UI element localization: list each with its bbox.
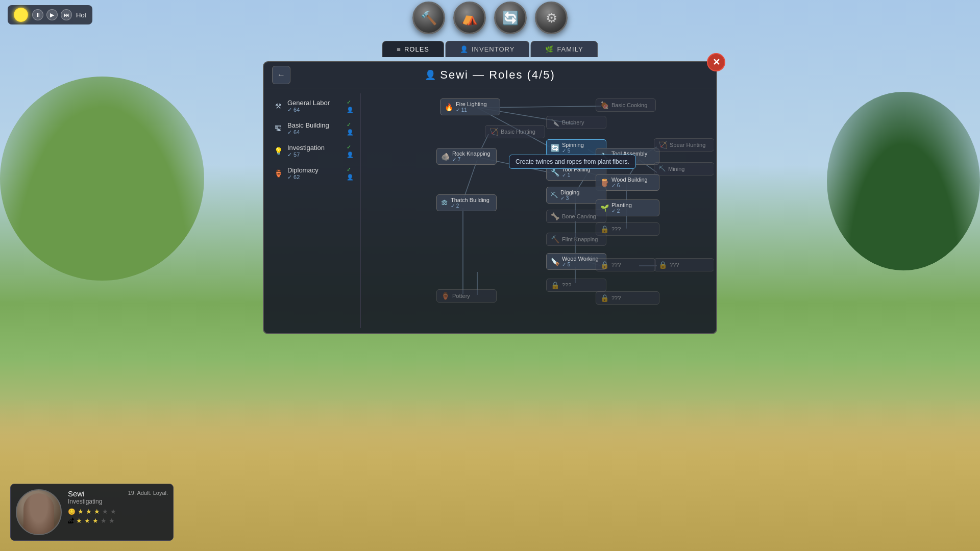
digging-icon: ⛏ [551,191,558,199]
role-general-labor-level: ✓ 64 [287,107,342,113]
top-nav: 🔨 ⛺ 🔄 ⚙ [0,0,980,36]
tab-inventory[interactable]: 👤 Inventory [445,41,529,57]
star5-empty: ★ [110,508,116,515]
role-general-labor-icon: ⚒ [273,101,283,111]
digging-text: Digging ✓ 3 [560,189,602,201]
spear-hunting-icon: 🏹 [658,141,667,149]
role-diplomacy[interactable]: 🏺 Diplomacy ✓ 62 ✓ 👤 [269,163,358,184]
skill-rock-knapping[interactable]: 🪨 Rock Knapping ✓ 7 [436,148,497,165]
main-panel: ≡ Roles 👤 Inventory 🌿 Family ✕ ← 👤 Sewi … [263,61,717,334]
character-age-desc: 19, Adult. Loyal. [128,490,168,496]
nav-icon-group: 🔨 ⛺ 🔄 ⚙ [412,2,568,34]
planting-text: Planting ✓ 2 [611,202,655,214]
role-investigation-name: Investigation [287,144,342,152]
role-basic-building-level: ✓ 64 [287,129,342,136]
skill-butchery[interactable]: 🔪 Butchery [546,116,606,129]
person-badge-3: 👤 [347,152,354,158]
spinning-icon: 🔄 [551,144,559,152]
butchery-icon: 🔪 [551,118,559,127]
panel-body: ⚒ General Labor ✓ 64 ✓ 👤 🏗 Basic Buildin… [264,88,716,333]
role-diplomacy-level: ✓ 62 [287,174,342,181]
skill-thatch-building[interactable]: 🏚 Thatch Building ✓ 2 [436,194,497,211]
character-figure [23,493,54,534]
butchery-text: Butchery [562,119,602,126]
loyalty-rating: 🏕 ★ ★ ★ ★ ★ [68,517,168,524]
unknown5-text: ??? [611,295,655,301]
role-basic-building-name: Basic Building [287,121,342,129]
skill-bone-carving[interactable]: 🦴 Bone Carving [546,210,606,223]
skill-spear-hunting[interactable]: 🏹 Spear Hunting [654,138,714,152]
rock-knapping-text: Rock Knapping ✓ 7 [452,151,492,162]
skill-tool-assembly[interactable]: 🔧 Tool Assembly ✓ 6 [596,148,659,165]
skills-tree: 🔥 Fire Lighting ✓ 11 🍖 Basic Cooking 🔪 B… [361,93,714,328]
tab-roles-label: Roles [404,45,429,53]
role-investigation-badges: ✓ 👤 [347,144,354,158]
check-badge-2: ✓ [347,121,354,128]
skill-unknown3[interactable]: 🔒 ??? [654,258,714,271]
happiness-rating: 😊 ★ ★ ★ ★ ★ [68,508,168,515]
role-diplomacy-name: Diplomacy [287,166,342,174]
unknown4-lock-icon: 🔒 [551,281,559,289]
skill-unknown5[interactable]: 🔒 ??? [596,291,659,305]
role-investigation-icon: 💡 [273,146,283,156]
unknown1-lock-icon: 🔒 [600,225,609,233]
skill-basic-hunting[interactable]: 🏹 Basic Hunting [485,125,545,138]
nav-refresh-btn[interactable]: 🔄 [494,2,527,34]
tab-family-icon: 🌿 [545,45,554,53]
back-button[interactable]: ← [272,66,290,84]
role-general-labor-badges: ✓ 👤 [347,99,354,113]
unknown3-text: ??? [670,262,709,268]
rock-knapping-icon: 🪨 [441,153,450,161]
tab-inventory-label: Inventory [472,45,514,53]
roles-sidebar: ⚒ General Labor ✓ 64 ✓ 👤 🏗 Basic Buildin… [266,93,361,328]
basic-hunting-text: Basic Hunting [501,129,541,135]
star4-empty: ★ [102,508,108,515]
skill-flint-knapping[interactable]: 🔨 Flint Knapping [546,233,606,246]
skill-fire-lighting[interactable]: 🔥 Fire Lighting ✓ 11 [440,98,500,115]
tab-family-label: Family [557,45,583,53]
unknown4-text: ??? [562,282,602,288]
nav-camp-btn[interactable]: ⛺ [453,2,486,34]
unknown1-text: ??? [611,226,655,232]
happiness-icon: 😊 [68,508,76,515]
nav-craft-btn[interactable]: 🔨 [412,2,445,34]
role-basic-building[interactable]: 🏗 Basic Building ✓ 64 ✓ 👤 [269,118,358,139]
role-diplomacy-icon: 🏺 [273,168,283,179]
role-diplomacy-info: Diplomacy ✓ 62 [287,166,342,181]
skill-mining[interactable]: ⛏ Mining [654,162,714,176]
bone-carving-text: Bone Carving [562,213,602,219]
skill-unknown2[interactable]: 🔒 ??? [596,258,656,271]
unknown5-lock-icon: 🔒 [600,294,609,302]
skill-unknown4[interactable]: 🔒 ??? [546,279,606,292]
basic-hunting-icon: 🏹 [489,128,498,136]
lstar4-empty: ★ [101,517,107,524]
unknown2-text: ??? [611,262,651,268]
pottery-text: Pottery [452,293,492,299]
lstar1: ★ [76,517,82,524]
character-info: Sewi 19, Adult. Loyal. Investigating 😊 ★… [68,489,168,535]
mining-text: Mining [668,166,709,172]
role-basic-building-info: Basic Building ✓ 64 [287,121,342,136]
role-investigation-info: Investigation ✓ 57 [287,144,342,158]
tab-inventory-icon: 👤 [460,45,469,53]
tab-roles[interactable]: ≡ Roles [382,41,444,57]
bone-carving-icon: 🦴 [551,212,559,220]
wood-building-text: Wood Building ✓ 6 [611,177,655,188]
lstar3: ★ [92,517,99,524]
skill-pottery[interactable]: 🏺 Pottery [436,289,497,303]
person-badge-4: 👤 [347,174,354,181]
close-button[interactable]: ✕ [707,53,725,71]
nav-settings-btn[interactable]: ⚙ [535,2,568,34]
person-badge: 👤 [347,107,354,113]
tab-family[interactable]: 🌿 Family [530,41,598,57]
role-investigation[interactable]: 💡 Investigation ✓ 57 ✓ 👤 [269,141,358,161]
thatch-building-text: Thatch Building ✓ 2 [451,197,492,209]
role-general-labor[interactable]: ⚒ General Labor ✓ 64 ✓ 👤 [269,96,358,116]
skill-basic-cooking[interactable]: 🍖 Basic Cooking [596,98,656,112]
flint-knapping-icon: 🔨 [551,235,559,243]
character-avatar [16,489,62,535]
wood-building-icon: 🪵 [600,179,609,187]
role-general-labor-name: General Labor [287,99,342,107]
lstar5-empty: ★ [109,517,115,524]
check-badge-4: ✓ [347,166,354,173]
